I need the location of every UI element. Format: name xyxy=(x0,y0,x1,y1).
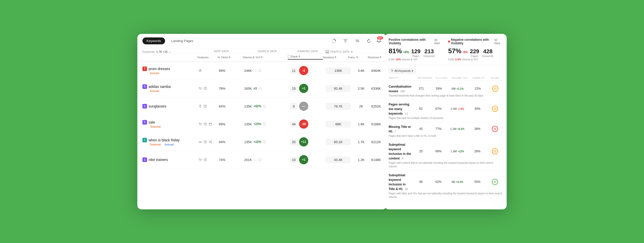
issue-score xyxy=(487,126,503,132)
col-volume-yoy[interactable]: Volume & YoY ⇅ xyxy=(243,56,288,59)
issue-row[interactable]: Cannibalisation issues 266 371 59% 6M +2… xyxy=(389,82,503,100)
tab-landing-pages[interactable]: Landing Pages xyxy=(167,37,197,44)
col-revenue[interactable]: Revenue ⇅ xyxy=(368,56,382,59)
rank-change-badge: -2 xyxy=(299,66,308,75)
all-keywords-filter[interactable]: All Keywords ▾ xyxy=(389,68,416,74)
pos-pct: 81% xyxy=(389,47,402,55)
neg-pages-stat: 229 Pages xyxy=(470,48,479,58)
pct-clicks-cell: 74% xyxy=(219,158,244,162)
issue-volume: 1.5M +12% xyxy=(447,150,467,153)
pos-corr-title: Positive correlations with Visibility xyxy=(389,38,434,45)
info-icon xyxy=(258,158,262,161)
svg-point-5 xyxy=(200,89,200,90)
kw-name[interactable]: prom dresses xyxy=(149,67,170,71)
header: Keywords Landing Pages xyxy=(137,34,387,48)
kw-name[interactable]: sale xyxy=(149,120,155,124)
info-icon xyxy=(263,104,266,108)
revenue-cell: €186K xyxy=(371,122,387,126)
issue-score xyxy=(487,148,503,154)
rank-change-badge: +1 xyxy=(299,155,308,164)
issue-keywords: 96 xyxy=(412,180,430,184)
rank-cell: 11 -2 xyxy=(290,66,326,75)
quote-feature-icon xyxy=(198,140,202,144)
pos-volume: 5.9M -16% Volume & YoY xyxy=(389,58,443,61)
issue-visibility: 34% xyxy=(469,107,486,111)
trans-cell: 3.6K xyxy=(351,69,371,73)
positive-correlations: Positive correlations with Visibility 30… xyxy=(389,38,443,61)
clicks-col-header: % CLICKS xyxy=(434,77,449,79)
info-icon xyxy=(263,140,266,144)
issue-volume: 2.3M -1.9% xyxy=(447,107,467,110)
issue-visibility: 28% xyxy=(469,150,486,153)
issue-row[interactable]: Missing Title or H1 7 45 77% 1.2M +5.6% … xyxy=(389,122,503,140)
tab-keywords[interactable]: Keywords xyxy=(142,37,165,44)
pos-pct-change: +9% xyxy=(403,50,409,54)
kw-name[interactable]: adidas samba xyxy=(149,85,171,89)
issue-pct-clicks: 67% xyxy=(431,107,446,111)
issue-row[interactable]: Pages serving too many keywords 11 62 67… xyxy=(389,100,503,122)
issue-row[interactable]: Suboptimal keyword inclusion in the cont… xyxy=(389,140,503,171)
issue-keywords: 371 xyxy=(412,87,430,90)
volume-cell: 135K +23% xyxy=(244,122,290,126)
rank-cell: 9 — xyxy=(290,102,326,111)
issue-volume: 6M +2.1% xyxy=(447,87,468,90)
kw-name[interactable]: sunglasses xyxy=(149,104,166,108)
info-icon xyxy=(258,69,262,72)
issue-desc: Tracked keywords that changed their rank… xyxy=(389,94,503,98)
svg-rect-2 xyxy=(288,55,290,58)
issues-section: All Keywords ▾ IMPACT KEYWORDS % CLICKS … xyxy=(389,68,503,201)
question-feature-icon xyxy=(203,140,207,144)
neg-days-badge: 30 days xyxy=(494,38,503,45)
sessions-cell: 76.7K xyxy=(326,103,351,110)
neg-keywords-stat: 428 Keywords xyxy=(482,48,493,58)
table-row: I when is black friday Seasonalforecast … xyxy=(137,133,387,151)
calendar-feature-icon xyxy=(209,122,212,126)
pos-keywords-stat: 213 Keywords xyxy=(423,48,435,58)
info-icon xyxy=(258,87,262,90)
correlations-section: Positive correlations with Visibility 30… xyxy=(389,38,503,61)
col-trans[interactable]: Trans. ⇅ xyxy=(348,56,368,59)
loading-icon xyxy=(330,37,338,45)
svg-point-10 xyxy=(200,105,200,106)
app-wrapper: Keywords Landing Pages xyxy=(137,34,507,209)
issue-desc: Pages with titles and H1s that are not o… xyxy=(389,192,503,199)
col-rank[interactable]: Rank ⇅ xyxy=(288,55,323,60)
rank-change-badge: +11 xyxy=(299,137,308,146)
revenue-cell: €464K xyxy=(371,69,387,73)
sort-icon[interactable] xyxy=(353,37,361,45)
feature-icons-cell xyxy=(198,140,219,144)
header-icons: 501 xyxy=(330,37,382,45)
feature-icons-cell xyxy=(198,87,219,90)
issue-pct-clicks: 77% xyxy=(431,127,446,131)
kw-name[interactable]: nike trainers xyxy=(149,158,168,162)
search-data-group: Search Data xyxy=(244,50,290,54)
kw-type-icon: C xyxy=(142,104,147,109)
svg-point-35 xyxy=(494,181,496,183)
keyword-name-cell: C adidas samba forecast xyxy=(142,84,198,93)
traffic-data-group: Traffic Data ▼ xyxy=(326,50,382,54)
issue-volume: 3M +0.3% xyxy=(447,180,467,183)
col-features[interactable]: Features xyxy=(198,56,218,59)
notification-button[interactable]: 501 xyxy=(376,38,382,44)
issue-row[interactable]: Suboptimal keyword inclusion in Title & … xyxy=(389,171,503,201)
main-panel: Keywords Landing Pages xyxy=(137,34,387,209)
vis-col-header: VISIBILITY xyxy=(470,77,487,79)
keyword-tag: Seasonal xyxy=(149,125,162,128)
issue-keywords: 62 xyxy=(412,107,430,111)
issue-score xyxy=(487,179,503,185)
negative-correlations: Negative correlations with Visibility 30… xyxy=(448,38,503,61)
keyword-tag: forecast xyxy=(163,143,175,146)
score-col-header: SCORE xyxy=(487,77,503,79)
issue-pct-clicks: 66% xyxy=(431,150,446,153)
filter-icon[interactable] xyxy=(341,37,349,45)
issue-volume: 1.2M +5.6% xyxy=(447,127,467,130)
pin-feature-icon xyxy=(198,104,202,108)
col-sessions[interactable]: Sessions ⇅ xyxy=(323,56,348,59)
volume-cell: 246K — xyxy=(244,69,290,73)
kw-name[interactable]: when is black friday xyxy=(149,138,180,142)
refresh-icon[interactable] xyxy=(365,37,373,45)
col-pct-clicks[interactable]: % Clicks ⇅ xyxy=(217,56,242,59)
vol-col-header: VOLUME YOY xyxy=(449,77,470,79)
svg-point-32 xyxy=(494,108,496,110)
volume-cell: 135K +82% xyxy=(244,104,290,108)
